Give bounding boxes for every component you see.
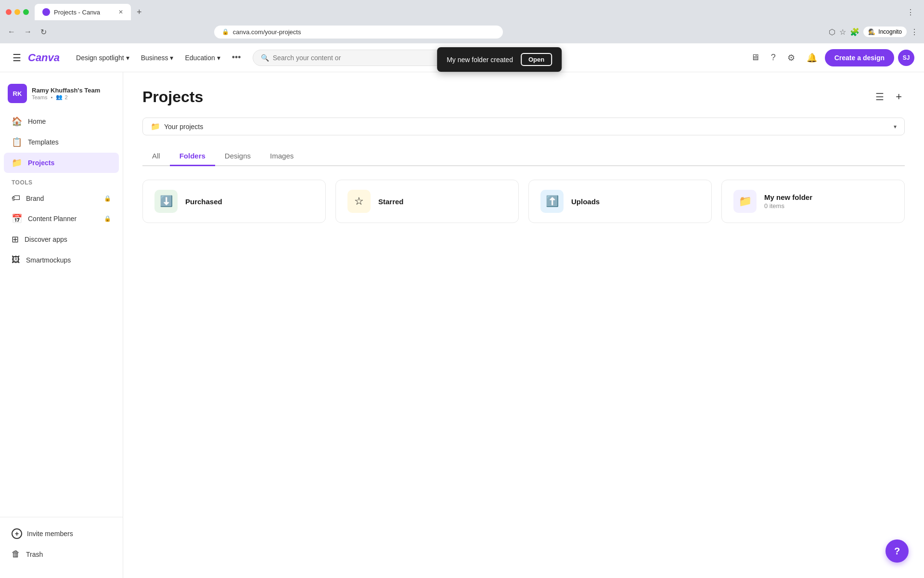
projects-header: Projects ☰ + <box>142 88 905 106</box>
add-project-button[interactable]: + <box>893 88 905 106</box>
monitor-icon-button[interactable]: 🖥 <box>747 49 763 66</box>
tabs-bar: All Folders Designs Images <box>142 147 905 166</box>
window-maximize[interactable] <box>23 9 29 15</box>
team-name: Ramy Khuffash's Team <box>32 87 100 94</box>
tools-section-label: Tools <box>0 173 123 188</box>
help-fab-button[interactable]: ? <box>886 539 909 563</box>
window-close[interactable] <box>6 9 12 15</box>
browser-more-icon[interactable]: ⋮ <box>911 27 918 37</box>
nav-more-button[interactable]: ••• <box>227 50 246 66</box>
team-meta: Teams • 👥 2 <box>32 94 100 100</box>
toast-open-button[interactable]: Open <box>521 53 552 66</box>
nav-business[interactable]: Business ▾ <box>136 51 179 65</box>
sidebar-item-projects[interactable]: 📁 Projects <box>4 153 119 173</box>
sidebar-item-brand-label: Brand <box>26 195 44 202</box>
lock-icon: 🔒 <box>222 28 229 35</box>
cast-icon[interactable]: ⬡ <box>829 27 835 37</box>
filter-dropdown[interactable]: 📁 Your projects ▾ <box>142 118 905 135</box>
sidebar-item-templates[interactable]: 📋 Templates <box>4 132 119 152</box>
nav-business-label: Business <box>141 54 168 62</box>
top-navigation: ☰ Canva Design spotlight ▾ Business ▾ Ed… <box>0 43 924 72</box>
projects-title: Projects <box>142 88 203 106</box>
filter-dropdown-label: Your projects <box>164 123 203 131</box>
folder-card-purchased[interactable]: ⬇️ Purchased <box>142 180 326 223</box>
sidebar-item-home[interactable]: 🏠 Home <box>4 111 119 131</box>
back-button[interactable]: ← <box>6 26 17 38</box>
tab-folders[interactable]: Folders <box>170 147 215 166</box>
tab-title: Projects - Canva <box>54 9 100 16</box>
tab-designs[interactable]: Designs <box>215 147 260 166</box>
filter-chevron-icon: ▾ <box>894 123 897 130</box>
smartmockups-icon: 🖼 <box>12 255 20 265</box>
view-toggle-button[interactable]: ☰ <box>873 88 887 105</box>
nav-education[interactable]: Education ▾ <box>180 51 225 65</box>
new-tab-button[interactable]: + <box>137 7 142 17</box>
nav-education-arrow: ▾ <box>217 54 220 62</box>
refresh-button[interactable]: ↻ <box>38 26 49 39</box>
folder-icon-starred: ☆ <box>347 190 371 213</box>
search-icon: 🔍 <box>261 54 269 62</box>
projects-content: Projects ☰ + 📁 Your projects ▾ All Folde… <box>123 72 924 578</box>
sidebar-item-discover-apps[interactable]: ⊞ Discover apps <box>4 229 119 250</box>
sidebar: RK Ramy Khuffash's Team Teams • 👥 2 🏠 Ho… <box>0 72 123 578</box>
tab-images[interactable]: Images <box>260 147 303 166</box>
tab-close-button[interactable]: ✕ <box>118 9 123 15</box>
invite-members-button[interactable]: + Invite members <box>4 524 119 544</box>
sidebar-item-smartmockups-label: Smartmockups <box>26 256 71 264</box>
search-input[interactable] <box>273 54 437 62</box>
search-bar[interactable]: 🔍 <box>253 50 445 66</box>
tab-all[interactable]: All <box>142 147 170 166</box>
url-bar[interactable]: 🔒 canva.com/your-projects <box>214 26 503 39</box>
bookmark-icon[interactable]: ☆ <box>839 27 846 37</box>
nav-design-spotlight-label: Design spotlight <box>76 54 124 62</box>
folder-name-starred: Starred <box>378 197 404 206</box>
folder-name-new: My new folder <box>764 193 812 201</box>
user-avatar[interactable]: SJ <box>898 50 914 66</box>
sidebar-navigation: 🏠 Home 📋 Templates 📁 Projects Tools 🏷 Br… <box>0 111 123 517</box>
logo-text: Canva <box>28 52 60 64</box>
team-section[interactable]: RK Ramy Khuffash's Team Teams • 👥 2 <box>0 80 123 107</box>
toast-notification: My new folder created Open <box>437 47 562 72</box>
browser-menu-icon[interactable]: ⋮ <box>903 6 918 19</box>
url-text: canva.com/your-projects <box>233 28 301 36</box>
folder-card-uploads[interactable]: ⬆️ Uploads <box>528 180 712 223</box>
nav-design-spotlight[interactable]: Design spotlight ▾ <box>71 51 134 65</box>
notifications-icon-button[interactable]: 🔔 <box>803 49 821 67</box>
sidebar-item-home-label: Home <box>28 118 46 125</box>
sidebar-item-smartmockups[interactable]: 🖼 Smartmockups <box>4 250 119 270</box>
folders-grid: ⬇️ Purchased ☆ Starred <box>142 180 905 223</box>
settings-icon-button[interactable]: ⚙ <box>783 49 799 67</box>
nav-business-arrow: ▾ <box>170 54 173 62</box>
help-icon-button[interactable]: ? <box>767 49 780 66</box>
incognito-button[interactable]: 🕵 Incognito <box>863 26 907 37</box>
sidebar-item-content-planner-label: Content Planner <box>28 215 77 223</box>
folder-icon-purchased: ⬇️ <box>154 190 178 213</box>
templates-icon: 📋 <box>12 137 22 147</box>
nav-design-spotlight-arrow: ▾ <box>126 54 129 62</box>
folder-name-uploads: Uploads <box>571 197 600 206</box>
trash-label: Trash <box>26 551 43 558</box>
forward-button[interactable]: → <box>22 26 34 38</box>
folder-icon-new: 📁 <box>733 190 757 213</box>
team-member-icon: 👥 <box>56 94 63 100</box>
folder-meta-new: 0 items <box>764 202 812 210</box>
window-minimize[interactable] <box>14 9 20 15</box>
trash-item[interactable]: 🗑 Trash <box>4 544 119 564</box>
sidebar-item-content-planner[interactable]: 📅 Content Planner 🔒 <box>4 209 119 229</box>
extension-icon[interactable]: 🧩 <box>850 27 860 37</box>
trash-icon: 🗑 <box>12 549 20 559</box>
browser-tab[interactable]: Projects - Canva ✕ <box>35 4 131 20</box>
sidebar-item-brand[interactable]: 🏷 Brand 🔒 <box>4 188 119 208</box>
logo[interactable]: Canva <box>28 52 60 64</box>
menu-toggle-button[interactable]: ☰ <box>10 49 24 66</box>
incognito-label: Incognito <box>878 28 902 35</box>
sidebar-item-templates-label: Templates <box>28 138 59 146</box>
folder-card-starred[interactable]: ☆ Starred <box>335 180 519 223</box>
discover-apps-icon: ⊞ <box>12 234 19 245</box>
create-design-button[interactable]: Create a design <box>825 49 894 66</box>
team-avatar: RK <box>8 84 27 103</box>
home-icon: 🏠 <box>12 116 22 127</box>
toast-message: My new folder created <box>447 56 513 64</box>
folder-card-my-new-folder[interactable]: 📁 My new folder 0 items <box>721 180 905 223</box>
filter-folder-icon: 📁 <box>151 122 160 131</box>
